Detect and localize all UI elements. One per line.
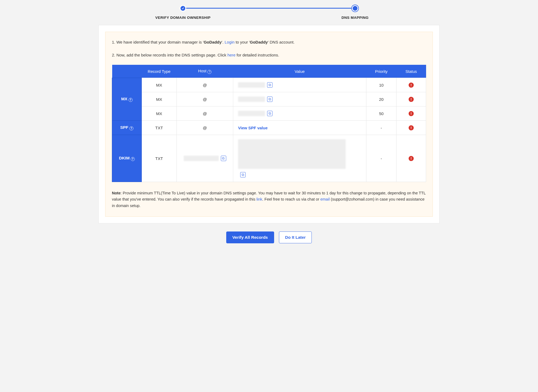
error-icon: ! bbox=[409, 83, 414, 88]
cell-value bbox=[233, 106, 366, 121]
provider-name: GoDaddy bbox=[250, 40, 268, 44]
step-dns-mapping: DNS MAPPING bbox=[269, 6, 441, 20]
text: MX bbox=[121, 97, 127, 101]
help-icon[interactable]: ? bbox=[207, 70, 211, 74]
svg-rect-6 bbox=[223, 158, 224, 159]
svg-rect-5 bbox=[269, 112, 270, 114]
cell-priority: 20 bbox=[366, 92, 397, 106]
svg-rect-1 bbox=[269, 84, 270, 85]
svg-rect-4 bbox=[269, 113, 271, 114]
text: . Feel free to reach us via chat or bbox=[262, 197, 320, 201]
col-value: Value bbox=[233, 65, 366, 78]
email-link[interactable]: email bbox=[320, 197, 330, 201]
copy-icon[interactable] bbox=[221, 156, 226, 161]
svg-rect-2 bbox=[269, 98, 271, 100]
cell-record-type: TXT bbox=[142, 135, 177, 182]
col-priority: Priority bbox=[366, 65, 397, 78]
redacted-value bbox=[238, 139, 346, 169]
redacted-value bbox=[238, 111, 265, 116]
col-blank bbox=[112, 65, 142, 78]
text: Host bbox=[198, 69, 207, 73]
page-container: VERIFY DOMAIN OWNERSHIP DNS MAPPING 1. W… bbox=[97, 0, 441, 248]
text: for detailed instructions. bbox=[235, 53, 279, 57]
svg-rect-7 bbox=[222, 157, 224, 159]
svg-rect-9 bbox=[242, 174, 243, 175]
cell-status: ! bbox=[397, 92, 426, 106]
table-row: SPF? TXT @ View SPF value - ! bbox=[112, 121, 426, 135]
cell-priority: - bbox=[366, 121, 397, 135]
table-row: MX @ 20 ! bbox=[112, 92, 426, 106]
cell-host: @ bbox=[177, 92, 233, 106]
text: ' DNS account. bbox=[268, 40, 295, 44]
svg-rect-0 bbox=[269, 84, 271, 86]
main-panel: 1. We have identified that your domain m… bbox=[98, 25, 440, 223]
step-complete-icon bbox=[180, 6, 185, 11]
cell-status: ! bbox=[397, 135, 426, 182]
text: DKIM bbox=[119, 156, 130, 160]
cell-priority: - bbox=[366, 135, 397, 182]
cell-status: ! bbox=[397, 78, 426, 92]
step-verify-domain: VERIFY DOMAIN OWNERSHIP bbox=[97, 6, 269, 20]
instruction-notice: 1. We have identified that your domain m… bbox=[105, 32, 433, 217]
text: 1. We have identified that your domain m… bbox=[112, 40, 204, 44]
step-label: DNS MAPPING bbox=[342, 16, 369, 20]
table-header-row: Record Type Host? Value Priority Status bbox=[112, 65, 426, 78]
step-active-icon bbox=[353, 6, 358, 11]
cell-record-type: TXT bbox=[142, 121, 177, 135]
cell-priority: 50 bbox=[366, 106, 397, 121]
copy-icon[interactable] bbox=[267, 82, 272, 88]
copy-icon[interactable] bbox=[267, 97, 272, 102]
redacted-value bbox=[184, 156, 219, 161]
cell-host: @ bbox=[177, 106, 233, 121]
copy-icon[interactable] bbox=[240, 172, 246, 177]
do-it-later-button[interactable]: Do It Later bbox=[279, 231, 312, 243]
help-icon[interactable]: ? bbox=[129, 98, 133, 102]
cell-priority: 10 bbox=[366, 78, 397, 92]
text: SPF bbox=[120, 125, 128, 130]
error-icon: ! bbox=[409, 125, 414, 130]
here-link[interactable]: here bbox=[227, 53, 235, 57]
cell-status: ! bbox=[397, 121, 426, 135]
cell-host: @ bbox=[177, 78, 233, 92]
group-dkim: DKIM? bbox=[112, 135, 142, 182]
redacted-value bbox=[238, 97, 265, 102]
cell-host bbox=[177, 135, 233, 182]
stepper: VERIFY DOMAIN OWNERSHIP DNS MAPPING bbox=[97, 0, 441, 24]
text: '. bbox=[222, 40, 225, 44]
col-host: Host? bbox=[177, 65, 233, 78]
dns-records-table: Record Type Host? Value Priority Status … bbox=[112, 65, 426, 182]
cell-status: ! bbox=[397, 106, 426, 121]
cell-value bbox=[233, 135, 366, 182]
error-icon: ! bbox=[409, 111, 414, 116]
verify-all-button[interactable]: Verify All Records bbox=[226, 231, 274, 243]
cell-record-type: MX bbox=[142, 92, 177, 106]
note-bold: Note bbox=[112, 191, 121, 195]
instruction-line-2: 2. Now, add the below records into the D… bbox=[112, 52, 426, 58]
help-icon[interactable]: ? bbox=[131, 157, 135, 161]
col-record-type: Record Type bbox=[142, 65, 177, 78]
table-row: DKIM? TXT - ! bbox=[112, 135, 426, 182]
text: 2. Now, add the below records into the D… bbox=[112, 53, 227, 57]
login-link[interactable]: Login bbox=[225, 40, 235, 44]
group-spf: SPF? bbox=[112, 121, 142, 135]
cell-record-type: MX bbox=[142, 106, 177, 121]
error-icon: ! bbox=[409, 156, 414, 161]
copy-icon[interactable] bbox=[267, 111, 272, 116]
redacted-value bbox=[238, 82, 265, 88]
text: to your ' bbox=[235, 40, 250, 44]
error-icon: ! bbox=[409, 97, 414, 102]
table-row: MX? MX @ 10 ! bbox=[112, 78, 426, 92]
cell-value bbox=[233, 92, 366, 106]
view-spf-link[interactable]: View SPF value bbox=[238, 126, 268, 130]
note-text: Note: Provide minimum TTL(Time To Live) … bbox=[112, 190, 426, 209]
action-bar: Verify All Records Do It Later bbox=[97, 223, 441, 248]
cell-host: @ bbox=[177, 121, 233, 135]
svg-rect-8 bbox=[242, 174, 244, 176]
cell-record-type: MX bbox=[142, 78, 177, 92]
propagation-link[interactable]: link bbox=[256, 197, 262, 201]
instruction-line-1: 1. We have identified that your domain m… bbox=[112, 39, 426, 45]
help-icon[interactable]: ? bbox=[129, 126, 133, 130]
cell-value bbox=[233, 78, 366, 92]
svg-rect-3 bbox=[269, 98, 270, 100]
table-row: MX @ 50 ! bbox=[112, 106, 426, 121]
